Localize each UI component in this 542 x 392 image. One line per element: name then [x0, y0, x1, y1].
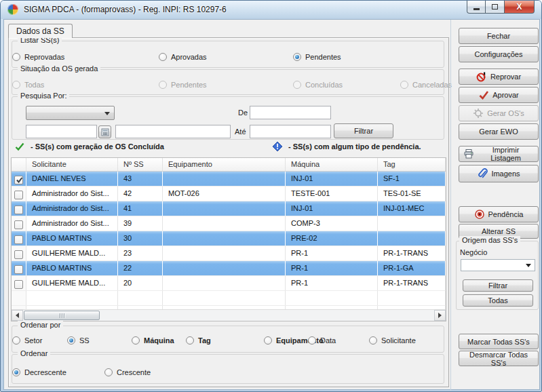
pesquisa-combobox[interactable]	[26, 106, 115, 120]
group-legend: Ordenar	[18, 349, 50, 357]
scroll-left-icon	[16, 313, 19, 318]
scrollbar-thumb[interactable]	[24, 311, 100, 320]
table-row[interactable]: Administrador do Sist...42MOT-026TESTE-0…	[12, 187, 446, 201]
column-header-checkbox	[12, 158, 26, 171]
group-legend: Origem das SS's	[459, 236, 520, 244]
radio-circle	[293, 81, 301, 89]
title-bar[interactable]: SIGMA PDCA - (formaprovass) - Reg. INPI:…	[1, 1, 541, 19]
radio-option-ordenar-0[interactable]: Crescente	[104, 368, 151, 376]
fechar-button[interactable]: Fechar	[459, 28, 539, 44]
radio-option-ordenar_por-5[interactable]: Solicitante	[369, 336, 416, 345]
aprovar-button[interactable]: Aprovar	[459, 87, 539, 103]
table-cell: PABLO MARTINS	[26, 231, 118, 246]
imprimir-listagem-button[interactable]: Imprimir Listagem	[459, 146, 539, 162]
negocio-combobox[interactable]	[461, 259, 535, 271]
panel-separator	[450, 20, 451, 391]
radio-label: Reprovadas	[24, 53, 64, 61]
radio-option-listar-2[interactable]: Reprovadas	[12, 53, 64, 61]
table-cell: PR-1-TRANS	[378, 276, 446, 290]
pendencia-button[interactable]: Pendência	[459, 206, 539, 222]
scroll-left-button[interactable]	[12, 310, 23, 321]
origem-filtrar-button[interactable]: Filtrar	[463, 279, 533, 292]
radio-option-listar-1[interactable]: Pendentes	[293, 53, 341, 61]
radio-option-situacao-1: Concluídas	[293, 81, 343, 89]
radio-option-listar-0[interactable]: Aprovadas	[159, 53, 207, 61]
column-header[interactable]: Nº SS	[118, 158, 163, 171]
radio-circle	[104, 368, 113, 376]
radio-label: Setor	[24, 336, 42, 345]
table-cell	[378, 231, 446, 246]
ate-input[interactable]	[250, 125, 331, 138]
minimize-button[interactable]	[467, 1, 486, 14]
gerar-ewo-button[interactable]: Gerar EWO	[459, 123, 539, 140]
radio-label: SS	[79, 336, 90, 345]
pesquisa-input[interactable]	[26, 125, 97, 138]
reprovar-button[interactable]: Reprovar	[459, 68, 539, 85]
radio-circle	[12, 336, 20, 345]
checkbox-cell	[12, 172, 26, 186]
row-checkbox[interactable]	[14, 205, 23, 214]
table-cell: PR-1-GA	[378, 261, 446, 275]
radio-label: Data	[320, 336, 336, 345]
radio-option-ordenar_por-4[interactable]: Data	[308, 336, 336, 345]
marcar-todas-button[interactable]: Marcar Todas SS's	[459, 334, 539, 349]
radio-label: Decrescente	[24, 368, 66, 376]
row-checkbox[interactable]	[14, 265, 23, 274]
radio-circle	[12, 81, 20, 89]
table-cell	[163, 231, 286, 246]
pesquisa-descricao-input[interactable]	[115, 125, 231, 138]
radio-option-ordenar_por-2[interactable]: Tag	[186, 336, 211, 345]
table-cell	[163, 276, 286, 290]
row-checkbox[interactable]	[14, 280, 23, 289]
row-checkbox[interactable]	[14, 235, 23, 244]
table-row[interactable]: GUILHERME MALD...20PR-1PR-1-TRANS	[12, 276, 446, 291]
radio-option-ordenar_por-0[interactable]: SS	[67, 336, 90, 345]
maximize-button[interactable]	[486, 1, 504, 14]
column-header[interactable]: Equipamento	[163, 158, 286, 171]
radio-label: Aprovadas	[171, 53, 207, 61]
radio-option-ordenar_por-1[interactable]: Máquina	[132, 336, 174, 345]
legend-row: - SS(s) com geração de OS Concluída - SS…	[9, 140, 447, 153]
table-cell: SF-1	[378, 172, 446, 186]
table-row[interactable]: GUILHERME MALD...23PR-1PR-1-TRANS	[12, 246, 446, 261]
imagens-button[interactable]: Imagens	[459, 165, 539, 182]
radio-label: Máquina	[144, 336, 174, 345]
tab-dados-da-ss[interactable]: Dados da SS	[8, 24, 73, 38]
paperclip-icon	[477, 168, 488, 179]
table-row[interactable]: Administrador do Sist...41INJ-01INJ-01-M…	[12, 201, 446, 216]
table-cell: MOT-026	[163, 187, 286, 201]
column-header[interactable]: Solicitante	[26, 158, 118, 171]
desmarcar-todas-button[interactable]: Desmarcar Todas SS's	[459, 351, 539, 366]
group-pesquisa: Pesquisa Por: De Até	[12, 96, 444, 140]
radio-option-ordenar-1[interactable]: Decrescente	[12, 368, 66, 376]
legend-pendencia: - SS(s) com algum tipo de pendência.	[272, 141, 421, 152]
gerar-os-button: Gerar OS's	[459, 105, 539, 121]
filtrar-button[interactable]: Filtrar	[334, 123, 393, 138]
table-row[interactable]: DANIEL NEVES43INJ-01SF-1	[12, 172, 446, 187]
close-button[interactable]: X	[504, 1, 535, 14]
de-input[interactable]	[250, 106, 331, 119]
radio-circle	[369, 336, 377, 345]
radio-label: Tag	[198, 336, 211, 345]
table-cell: PABLO MARTINS	[26, 261, 118, 275]
table-row[interactable]: PABLO MARTINS30PRE-02	[12, 231, 446, 246]
row-checkbox[interactable]	[14, 220, 23, 229]
row-checkbox[interactable]	[14, 191, 23, 199]
checkbox-cell	[12, 246, 26, 260]
row-checkbox[interactable]	[14, 176, 23, 184]
pendencia-target-icon	[474, 209, 485, 220]
column-header[interactable]: Máquina	[286, 158, 378, 171]
row-checkbox[interactable]	[14, 250, 23, 259]
scroll-right-button[interactable]	[434, 310, 446, 321]
origem-todas-button[interactable]: Todas	[463, 294, 533, 307]
gerar-os-icon	[473, 108, 484, 119]
table-row[interactable]: PABLO MARTINS22PR-1PR-1-GA	[12, 261, 446, 276]
configuracoes-button[interactable]: Configurações	[459, 46, 539, 62]
radio-circle	[159, 81, 167, 89]
table-cell: DANIEL NEVES	[26, 172, 118, 186]
lookup-button[interactable]	[98, 125, 111, 138]
horizontal-scrollbar[interactable]	[12, 309, 446, 321]
radio-option-ordenar_por-6[interactable]: Setor	[12, 336, 42, 345]
table-row[interactable]: Administrador do Sist...39COMP-3	[12, 216, 446, 231]
column-header[interactable]: Tag	[378, 158, 446, 171]
